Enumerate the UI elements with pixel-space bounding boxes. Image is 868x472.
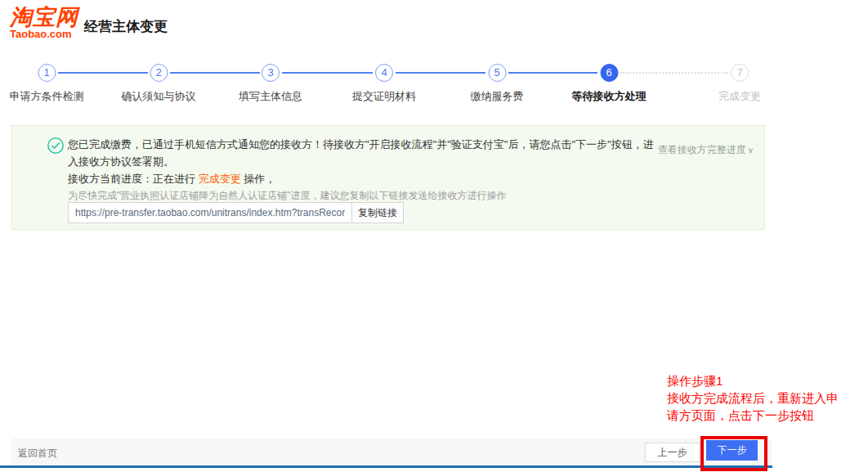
step-4-label: 提交证明材料 (352, 89, 416, 104)
tutorial-annotation: 操作步骤1 接收方完成流程后，重新进入申 请方页面，点击下一步按钮 (667, 372, 839, 424)
bottom-divider-line (0, 465, 772, 468)
step-2-confirm-agreement: 2 确认须知与协议 (122, 64, 196, 104)
step-1-applicant-check: 1 申请方条件检测 (10, 64, 84, 104)
step-7-complete-change: 7 完成变更 (718, 64, 761, 104)
notice-line-3: 接收方当前进度：正在进行 完成变更 操作， (68, 170, 654, 187)
step-6-circle: 6 (600, 64, 618, 82)
step-6-label: 等待接收方处理 (572, 89, 647, 104)
step-5-pay-service-fee: 5 缴纳服务费 (471, 64, 524, 104)
step-2-label: 确认须知与协议 (122, 89, 196, 104)
notice-line-2: 入接收方协议签署期。 (68, 153, 654, 170)
step-7-label: 完成变更 (718, 89, 761, 104)
notice-line-1: 您已完成缴费，已通过手机短信方式通知您的接收方！待接收方"开启接收流程"并"验证… (68, 136, 654, 153)
step-6-wait-receiver: 6 等待接收方处理 (572, 64, 647, 104)
view-receiver-progress-link[interactable]: 查看接收方完整进度∨ (658, 143, 754, 157)
step-5-circle: 5 (488, 64, 506, 82)
annotation-line-2: 接收方完成流程后，重新进入申 (667, 389, 839, 407)
wizard-stepper: 1 申请方条件检测 2 确认须知与协议 3 填写主体信息 4 提交证明材料 5 … (0, 0, 868, 106)
step-3-fill-entity-info: 3 填写主体信息 (239, 64, 302, 104)
copy-link-button[interactable]: 复制链接 (351, 202, 404, 223)
copy-link-tip: 为尽快完成"营业执照认证店铺降为自然人认证店铺"进度，建议您复制以下链接发送给接… (68, 189, 507, 203)
annotation-line-1: 操作步骤1 (667, 372, 839, 389)
step-5-label: 缴纳服务费 (471, 89, 524, 104)
notice-message: 您已完成缴费，已通过手机短信方式通知您的接收方！待接收方"开启接收流程"并"验证… (68, 136, 654, 187)
transfer-link-row: 复制链接 (68, 202, 404, 223)
back-home-link[interactable]: 返回首页 (18, 447, 57, 461)
page: 淘宝网 Taobao.com 经营主体变更 1 申请方条件检测 2 确认须知与协… (0, 0, 868, 472)
step-3-circle: 3 (262, 64, 280, 82)
step-7-circle: 7 (731, 64, 749, 82)
step-4-circle: 4 (375, 64, 393, 82)
annotation-line-3: 请方页面，点击下一步按钮 (667, 407, 839, 424)
step-1-circle: 1 (38, 64, 56, 82)
success-notice-panel: 您已完成缴费，已通过手机短信方式通知您的接收方！待接收方"开启接收流程"并"验证… (11, 125, 765, 230)
previous-step-button[interactable]: 上一步 (645, 443, 700, 462)
success-check-icon (47, 137, 65, 155)
step-4-submit-materials: 4 提交证明材料 (352, 64, 416, 104)
chevron-down-icon: ∨ (748, 146, 754, 155)
step-2-circle: 2 (150, 64, 168, 82)
notice-highlight-status: 完成变更 (199, 173, 241, 185)
step-1-label: 申请方条件检测 (10, 89, 84, 104)
step-3-label: 填写主体信息 (239, 89, 302, 104)
next-step-button[interactable]: 下一步 (706, 440, 758, 461)
transfer-link-input[interactable] (68, 202, 352, 223)
